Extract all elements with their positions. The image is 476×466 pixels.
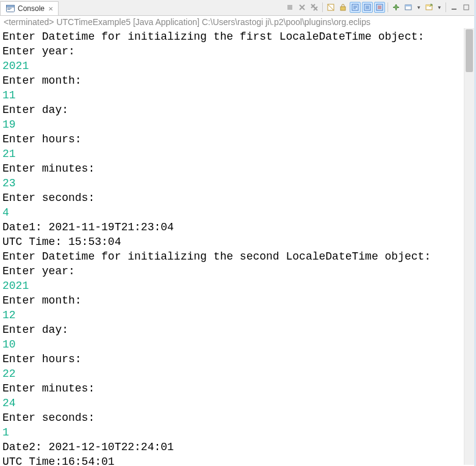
console-output-line: UTC Time:16:54:01 bbox=[2, 454, 461, 465]
dropdown-arrow-icon[interactable]: ▼ bbox=[415, 5, 422, 10]
launch-status-text: <terminated> UTCTimeExample5 [Java Appli… bbox=[0, 16, 474, 28]
scroll-lock-icon[interactable] bbox=[337, 2, 348, 13]
svg-rect-4 bbox=[287, 5, 292, 10]
console-output-line: Enter Datetime for initializing the firs… bbox=[2, 29, 461, 44]
console-input-line: 2021 bbox=[2, 279, 461, 293]
console-output-line: Enter seconds: bbox=[2, 191, 461, 205]
console-input-line: 23 bbox=[2, 176, 461, 191]
console-input-line: 22 bbox=[2, 366, 461, 381]
svg-rect-2 bbox=[7, 8, 12, 9]
minimize-icon[interactable] bbox=[449, 2, 460, 13]
console-output-line: Enter year: bbox=[2, 44, 461, 59]
console-output-line: Enter minutes: bbox=[2, 381, 461, 396]
dropdown-arrow-icon[interactable]: ▼ bbox=[436, 5, 443, 10]
pin-console-icon[interactable] bbox=[391, 2, 402, 13]
console-input-line: 2021 bbox=[2, 59, 461, 73]
console-output-line: Enter month: bbox=[2, 73, 461, 88]
svg-rect-11 bbox=[405, 5, 411, 7]
console-toolbar: ▼ ▼ bbox=[284, 2, 472, 13]
console-output-line: Enter day: bbox=[2, 103, 461, 117]
console-output-line: Enter hours: bbox=[2, 352, 461, 366]
remove-all-terminated-icon[interactable] bbox=[309, 2, 320, 13]
vertical-scrollbar[interactable] bbox=[464, 28, 474, 465]
console-tab[interactable]: Console ✕ bbox=[0, 1, 59, 15]
console-area: Enter Datetime for initializing the firs… bbox=[0, 28, 474, 465]
console-input-line: 19 bbox=[2, 117, 461, 132]
show-standard-out-icon[interactable] bbox=[362, 2, 373, 13]
tab-close-icon[interactable]: ✕ bbox=[48, 5, 53, 12]
console-output-line: Enter year: bbox=[2, 264, 461, 279]
console-output-line: Date1: 2021-11-19T21:23:04 bbox=[2, 220, 461, 235]
remove-launch-icon[interactable] bbox=[297, 2, 308, 13]
svg-rect-15 bbox=[464, 5, 469, 10]
console-output-line: Enter hours: bbox=[2, 132, 461, 147]
toolbar-separator bbox=[322, 2, 323, 12]
svg-rect-14 bbox=[452, 9, 456, 10]
scroll-thumb[interactable] bbox=[466, 29, 473, 72]
console-output-line: Enter seconds: bbox=[2, 410, 461, 425]
svg-rect-1 bbox=[7, 5, 15, 7]
display-selected-console-icon[interactable] bbox=[403, 2, 414, 13]
view-tab-bar: Console ✕ bbox=[0, 0, 474, 16]
console-icon bbox=[5, 4, 15, 13]
toolbar-separator bbox=[445, 2, 446, 12]
console-input-line: 12 bbox=[2, 308, 461, 322]
show-standard-error-icon[interactable] bbox=[374, 2, 385, 13]
svg-rect-6 bbox=[341, 7, 345, 10]
svg-rect-3 bbox=[7, 9, 10, 10]
console-output-line: Date2: 2021-12-10T22:24:01 bbox=[2, 440, 461, 454]
console-output-line: Enter Datetime for initializing the seco… bbox=[2, 249, 461, 264]
maximize-icon[interactable] bbox=[461, 2, 472, 13]
console-tab-label: Console bbox=[18, 4, 45, 13]
clear-console-icon[interactable] bbox=[325, 2, 336, 13]
console-input-line: 11 bbox=[2, 88, 461, 103]
console-input-line: 21 bbox=[2, 147, 461, 161]
open-console-icon[interactable] bbox=[424, 2, 435, 13]
console-input-line: 1 bbox=[2, 425, 461, 440]
console-output-line: Enter month: bbox=[2, 293, 461, 308]
console-output-line: Enter day: bbox=[2, 322, 461, 337]
terminate-icon[interactable] bbox=[284, 2, 295, 13]
console-input-line: 24 bbox=[2, 396, 461, 410]
console-input-line: 4 bbox=[2, 205, 461, 220]
console-output-line: Enter minutes: bbox=[2, 161, 461, 176]
console-output-line: UTC Time: 15:53:04 bbox=[2, 235, 461, 249]
console-output[interactable]: Enter Datetime for initializing the firs… bbox=[0, 28, 464, 465]
toolbar-separator bbox=[388, 2, 388, 12]
console-input-line: 10 bbox=[2, 337, 461, 352]
word-wrap-icon[interactable] bbox=[350, 2, 361, 13]
